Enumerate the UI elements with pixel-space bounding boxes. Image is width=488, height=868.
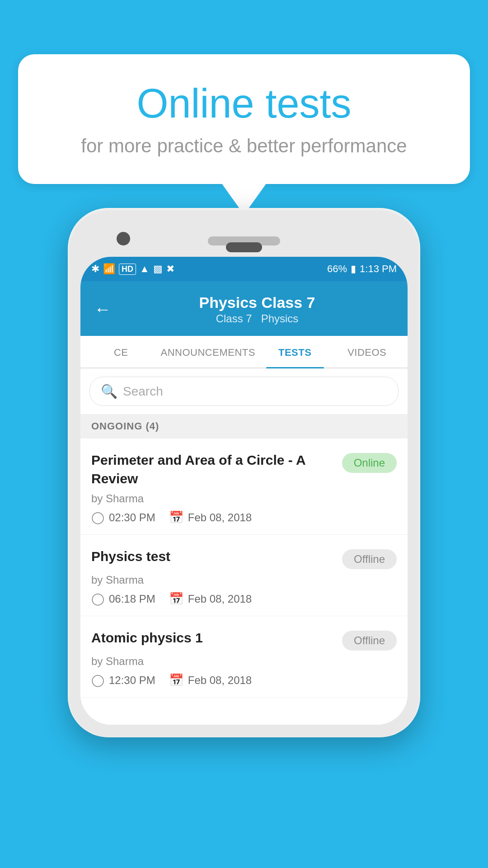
phone-bottom-bar xyxy=(80,698,408,725)
clock-icon-3: ◯ xyxy=(91,673,104,687)
search-placeholder: Search xyxy=(123,384,163,399)
phone-mockup: ✱ 📶 HD ▲ ▩ ✖ 66% ▮ 1:13 PM ← Physics Cla… xyxy=(68,208,420,737)
status-bar-right-info: 66% ▮ 1:13 PM xyxy=(327,263,397,275)
test-author-2: by Sharma xyxy=(91,574,397,586)
hd-label: HD xyxy=(119,264,136,275)
clock-icon-1: ◯ xyxy=(91,510,104,524)
test-item-2-top: Physics test Offline xyxy=(91,547,397,569)
screen-title: Physics Class 7 xyxy=(120,294,394,311)
tab-tests[interactable]: TESTS xyxy=(259,336,331,368)
phone-camera xyxy=(117,232,130,245)
test-badge-3: Offline xyxy=(342,631,397,651)
search-icon: 🔍 xyxy=(101,383,117,399)
bluetooth-icon: ✱ xyxy=(91,263,99,275)
search-container: 🔍 Search xyxy=(80,368,408,414)
screen-subtitle: Class 7 Physics xyxy=(120,312,394,325)
test-meta-3: ◯ 12:30 PM 📅 Feb 08, 2018 xyxy=(91,673,397,687)
test-time-2: ◯ 06:18 PM xyxy=(91,592,155,606)
signal-icon: ▩ xyxy=(153,263,163,275)
test-title-1: Perimeter and Area of a Circle - A Revie… xyxy=(91,451,342,488)
test-time-1: ◯ 02:30 PM xyxy=(91,510,155,524)
test-item-3-top: Atomic physics 1 Offline xyxy=(91,629,397,651)
wifi-icon: ▲ xyxy=(140,263,150,275)
phone-outer: ✱ 📶 HD ▲ ▩ ✖ 66% ▮ 1:13 PM ← Physics Cla… xyxy=(68,208,420,737)
test-item-3[interactable]: Atomic physics 1 Offline by Sharma ◯ 12:… xyxy=(80,616,408,698)
phone-screen: ✱ 📶 HD ▲ ▩ ✖ 66% ▮ 1:13 PM ← Physics Cla… xyxy=(80,257,408,725)
battery-icon: ▮ xyxy=(351,263,356,275)
header-title-group: Physics Class 7 Class 7 Physics xyxy=(120,294,394,325)
test-date-2: 📅 Feb 08, 2018 xyxy=(169,592,252,606)
phone-top-bar xyxy=(80,221,408,257)
phone-home-sensor xyxy=(226,242,262,252)
back-button[interactable]: ← xyxy=(94,300,111,319)
calendar-icon-3: 📅 xyxy=(169,673,183,687)
test-author-1: by Sharma xyxy=(91,492,397,505)
test-date-1: 📅 Feb 08, 2018 xyxy=(169,510,252,524)
calendar-icon-2: 📅 xyxy=(169,592,183,606)
test-time-3: ◯ 12:30 PM xyxy=(91,673,155,687)
test-meta-1: ◯ 02:30 PM 📅 Feb 08, 2018 xyxy=(91,510,397,524)
tab-announcements[interactable]: ANNOUNCEMENTS xyxy=(157,336,259,368)
ongoing-section-header: ONGOING (4) xyxy=(80,414,408,439)
search-box[interactable]: 🔍 Search xyxy=(89,377,399,406)
tab-ce[interactable]: CE xyxy=(85,336,157,368)
vibrate-icon: 📶 xyxy=(103,263,115,275)
speech-bubble-section: Online tests for more practice & better … xyxy=(18,54,470,215)
test-item-1[interactable]: Perimeter and Area of a Circle - A Revie… xyxy=(80,439,408,535)
test-badge-2: Offline xyxy=(342,549,397,569)
test-badge-1: Online xyxy=(342,453,397,473)
battery-percent: 66% xyxy=(327,263,347,275)
test-item-1-top: Perimeter and Area of a Circle - A Revie… xyxy=(91,451,397,488)
test-title-2: Physics test xyxy=(91,547,342,566)
test-meta-2: ◯ 06:18 PM 📅 Feb 08, 2018 xyxy=(91,592,397,606)
clock-time: 1:13 PM xyxy=(360,263,397,275)
tabs-bar: CE ANNOUNCEMENTS TESTS VIDEOS xyxy=(80,336,408,368)
test-title-3: Atomic physics 1 xyxy=(91,629,342,647)
status-bar: ✱ 📶 HD ▲ ▩ ✖ 66% ▮ 1:13 PM xyxy=(80,257,408,281)
tab-videos[interactable]: VIDEOS xyxy=(331,336,403,368)
header-subject: Physics xyxy=(261,312,299,325)
test-date-3: 📅 Feb 08, 2018 xyxy=(169,673,252,687)
clock-icon-2: ◯ xyxy=(91,592,104,606)
test-author-3: by Sharma xyxy=(91,655,397,668)
speech-bubble-title: Online tests xyxy=(54,81,434,126)
nosim-icon: ✖ xyxy=(166,263,174,275)
speech-bubble: Online tests for more practice & better … xyxy=(18,54,470,184)
header-class: Class 7 xyxy=(216,312,252,325)
speech-bubble-subtitle: for more practice & better performance xyxy=(54,135,434,157)
app-header: ← Physics Class 7 Class 7 Physics xyxy=(80,281,408,336)
calendar-icon-1: 📅 xyxy=(169,510,183,524)
test-item-2[interactable]: Physics test Offline by Sharma ◯ 06:18 P… xyxy=(80,535,408,616)
status-bar-left-icons: ✱ 📶 HD ▲ ▩ ✖ xyxy=(91,263,323,275)
